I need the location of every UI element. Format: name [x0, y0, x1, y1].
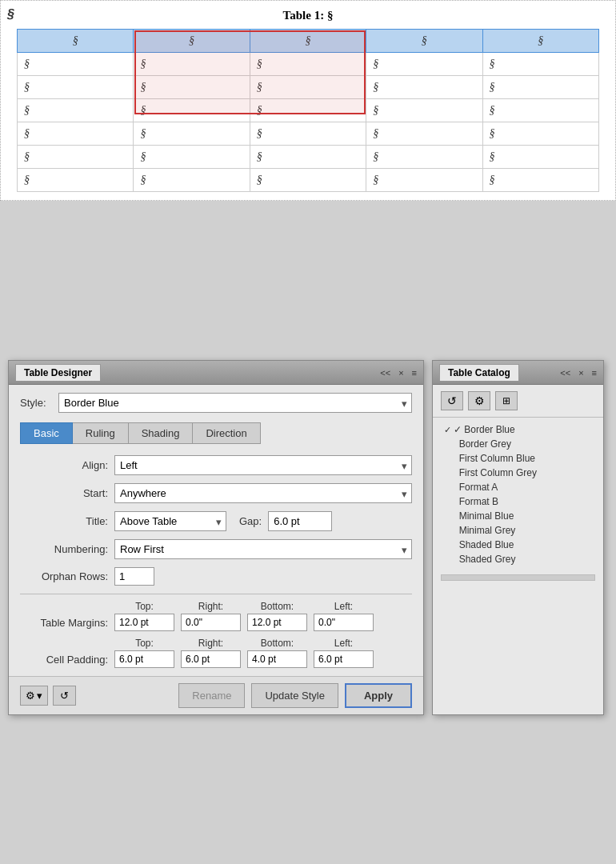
padding-bottom-input[interactable]: [247, 650, 307, 668]
cell-padding-section: Top: Right: Bottom: Left: Cell Padding:: [20, 638, 412, 668]
table-title: Table 1: §: [17, 9, 599, 22]
style-select[interactable]: Border Blue: [58, 393, 412, 413]
padding-right-input[interactable]: [181, 650, 241, 668]
titlebar-controls: << × ≡: [380, 368, 417, 378]
catalog-item-first-column-blue[interactable]: First Column Blue: [441, 451, 595, 466]
catalog-item-first-column-grey[interactable]: First Column Grey: [441, 466, 595, 480]
start-select[interactable]: Anywhere: [114, 483, 412, 503]
collapse-button[interactable]: <<: [380, 368, 390, 378]
table-row: § § § § §: [18, 146, 599, 169]
table-header-3: §: [250, 30, 366, 53]
start-select-wrapper: Anywhere: [114, 483, 412, 503]
padding-left-input[interactable]: [314, 650, 374, 668]
start-row: Start: Anywhere: [20, 483, 412, 503]
table-header-2: §: [134, 30, 250, 53]
table-designer-panel: Table Designer << × ≡ Style: Border Blue: [8, 360, 424, 715]
table-row: § § § § §: [18, 53, 599, 76]
margin-left-input[interactable]: [314, 614, 374, 631]
margin-bottom-input[interactable]: [247, 614, 307, 631]
catalog-settings-button[interactable]: ⚙: [468, 391, 490, 410]
align-select[interactable]: Left: [114, 455, 412, 475]
catalog-item-shaded-blue[interactable]: Shaded Blue: [441, 538, 595, 552]
catalog-close-icon[interactable]: ×: [578, 368, 583, 378]
gap-input[interactable]: [268, 511, 332, 531]
style-row: Style: Border Blue: [20, 393, 412, 413]
document-table: § § § § § § § § § § § § §: [17, 29, 599, 192]
doc-section-icon: §: [7, 7, 14, 22]
panel-bottom-bar: ⚙ ▾ ↺ Rename Update Style Apply: [9, 676, 423, 714]
start-label: Start:: [20, 487, 108, 499]
align-label: Align:: [20, 459, 108, 471]
close-icon[interactable]: ×: [398, 368, 403, 378]
catalog-item-format-b[interactable]: Format B: [441, 494, 595, 509]
tab-shading[interactable]: Shading: [129, 422, 194, 444]
catalog-item-minimal-blue[interactable]: Minimal Blue: [441, 509, 595, 523]
margin-right-input[interactable]: [181, 614, 241, 631]
table-row: § § § § §: [18, 169, 599, 192]
gap-label: Gap:: [239, 515, 262, 527]
gear-icon: ⚙: [26, 690, 35, 702]
table-designer-body: Style: Border Blue Basic Ruling Shading …: [9, 385, 423, 676]
bottom-left-controls: ⚙ ▾ ↺: [20, 686, 76, 706]
table-header-4: §: [366, 30, 482, 53]
title-field-label: Title:: [20, 515, 108, 527]
catalog-refresh-icon: ↺: [447, 394, 457, 407]
numbering-select[interactable]: Row First: [114, 539, 412, 559]
catalog-menu-icon[interactable]: ≡: [592, 368, 597, 378]
numbering-label: Numbering:: [20, 543, 108, 555]
tab-basic[interactable]: Basic: [20, 422, 73, 444]
catalog-table-icon-button[interactable]: ⊞: [495, 391, 518, 410]
tab-bar: Basic Ruling Shading Direction: [20, 422, 412, 444]
title-select[interactable]: Above Table: [114, 511, 226, 531]
table-header-1: §: [18, 30, 134, 53]
catalog-item-border-grey[interactable]: Border Grey: [441, 437, 595, 451]
table-margins-section: Top: Right: Bottom: Left: Table Margins:: [20, 601, 412, 631]
catalog-list: ✓ Border Blue Border Grey First Column B…: [433, 418, 603, 571]
style-select-wrapper: Border Blue: [58, 393, 412, 413]
catalog-scrollbar[interactable]: [441, 574, 595, 581]
cell-padding-label: Cell Padding:: [20, 654, 108, 666]
refresh-icon: ↺: [60, 690, 69, 702]
title-select-wrapper: Above Table: [114, 511, 226, 531]
catalog-toolbar: ↺ ⚙ ⊞: [433, 385, 603, 418]
table-catalog-panel: Table Catalog << × ≡ ↺ ⚙ ⊞ ✓ Border Blue: [432, 360, 604, 715]
catalog-item-shaded-grey[interactable]: Shaded Grey: [441, 552, 595, 566]
padding-values: Cell Padding:: [20, 650, 412, 668]
document-area: § Table 1: § § § § § § § § § § §: [0, 0, 616, 201]
tab-ruling[interactable]: Ruling: [73, 422, 129, 444]
catalog-table-icon: ⊞: [502, 395, 510, 406]
style-label: Style:: [20, 397, 52, 409]
table-header-5: §: [482, 30, 598, 53]
orphan-label: Orphan Rows:: [20, 570, 108, 582]
table-row: § § § § §: [18, 99, 599, 122]
padding-top-input[interactable]: [114, 650, 174, 668]
margin-top-input[interactable]: [114, 614, 174, 631]
table-row: § § § § §: [18, 76, 599, 99]
table-row: § § § § §: [18, 122, 599, 146]
catalog-titlebar-left: Table Catalog: [439, 364, 519, 381]
menu-icon[interactable]: ≡: [412, 368, 417, 378]
orphan-input[interactable]: [114, 567, 154, 586]
catalog-title-tab: Table Catalog: [439, 364, 519, 381]
margins-col-labels: Top: Right: Bottom: Left:: [114, 601, 412, 612]
panels-container: Table Designer << × ≡ Style: Border Blue: [8, 360, 604, 715]
padding-col-labels: Top: Right: Bottom: Left:: [114, 638, 412, 649]
numbering-select-wrapper: Row First: [114, 539, 412, 559]
rename-button[interactable]: Rename: [178, 683, 245, 708]
catalog-titlebar: Table Catalog << × ≡: [433, 361, 603, 385]
catalog-item-border-blue[interactable]: ✓ Border Blue: [441, 422, 595, 437]
titlebar-left: Table Designer: [15, 364, 101, 381]
catalog-settings-icon: ⚙: [474, 394, 485, 407]
refresh-button[interactable]: ↺: [53, 686, 76, 706]
catalog-item-format-a[interactable]: Format A: [441, 480, 595, 494]
apply-button[interactable]: Apply: [345, 683, 412, 708]
catalog-refresh-button[interactable]: ↺: [441, 391, 463, 410]
divider: [20, 594, 412, 594]
tab-direction[interactable]: Direction: [193, 422, 260, 444]
catalog-item-minimal-grey[interactable]: Minimal Grey: [441, 523, 595, 538]
gear-dropdown-arrow: ▾: [37, 690, 42, 702]
gear-dropdown-button[interactable]: ⚙ ▾: [20, 686, 48, 706]
catalog-collapse-button[interactable]: <<: [560, 368, 570, 378]
table-designer-titlebar: Table Designer << × ≡: [9, 361, 423, 385]
update-style-button[interactable]: Update Style: [251, 683, 338, 708]
